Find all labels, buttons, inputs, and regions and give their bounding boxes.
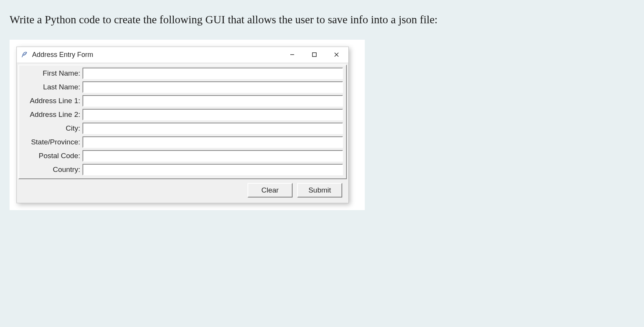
window-body: First Name: Last Name: Address Line 1: A… [17,63,348,203]
app-window: Address Entry Form [16,47,349,203]
label-city: City: [21,124,83,133]
field-country: Country: [21,164,343,175]
minimize-button[interactable] [281,47,303,62]
form-frame: First Name: Last Name: Address Line 1: A… [18,65,347,179]
question-text: Write a Python code to create the follow… [10,11,634,28]
clear-button[interactable]: Clear [248,183,293,197]
label-country: Country: [21,165,83,174]
field-first-name: First Name: [21,68,343,79]
input-country[interactable] [83,164,343,175]
input-postal[interactable] [83,150,343,162]
submit-button[interactable]: Submit [297,183,342,197]
input-state[interactable] [83,136,343,148]
input-address-2[interactable] [83,109,343,120]
label-address-2: Address Line 2: [21,110,83,119]
field-address-1: Address Line 1: [21,95,343,107]
label-state: State/Province: [21,138,83,146]
titlebar-controls [281,47,348,62]
label-postal: Postal Code: [21,152,83,160]
label-last-name: Last Name: [21,83,83,91]
button-bar: Clear Submit [18,179,347,201]
titlebar: Address Entry Form [17,47,348,63]
field-city: City: [21,123,343,134]
input-city[interactable] [83,123,343,134]
input-address-1[interactable] [83,95,343,107]
field-address-2: Address Line 2: [21,109,343,120]
input-first-name[interactable] [83,68,343,79]
field-last-name: Last Name: [21,81,343,93]
close-button[interactable] [325,47,348,62]
field-state: State/Province: [21,136,343,148]
screenshot-container: Address Entry Form [10,40,365,210]
input-last-name[interactable] [83,81,343,93]
label-address-1: Address Line 1: [21,97,83,105]
maximize-button[interactable] [303,47,325,62]
field-postal: Postal Code: [21,150,343,162]
label-first-name: First Name: [21,69,83,78]
tk-feather-icon [21,51,28,58]
svg-rect-1 [312,53,316,57]
window-title: Address Entry Form [32,51,93,59]
